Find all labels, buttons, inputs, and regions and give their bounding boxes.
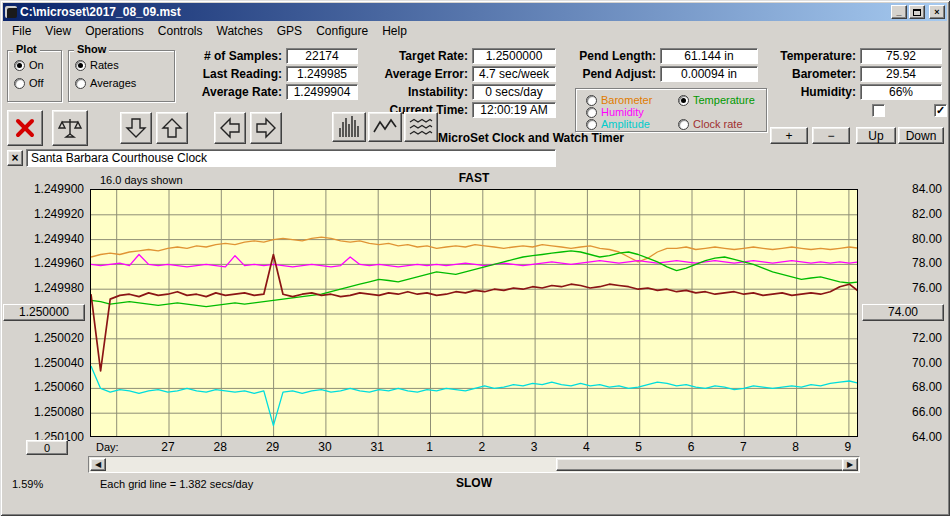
target-rate-axis-button[interactable]: 1.250000 [3,304,85,321]
h-scrollbar[interactable]: ◀ ▶ [88,456,860,473]
series-radio-humidity[interactable]: Humidity [586,106,644,118]
series-radio-barometer[interactable]: Barometer [586,94,652,106]
right-axis-value-button[interactable]: 74.00 [862,304,944,321]
day-axis-tick: 4 [570,440,602,454]
radio-plot-off[interactable]: Off [14,77,43,89]
delete-button[interactable] [7,110,43,146]
average-error-row: Average Error: 4.7 sec/week [366,66,556,82]
pend-adjust-label: Pend Adjust: [556,67,656,81]
left-axis-tick: 1.249980 [4,281,84,295]
left-axis-tick: 1.249940 [4,232,84,246]
left-axis-tick: 1.250080 [4,405,84,419]
pend-adjust-row: Pend Adjust: 0.00094 in [556,66,758,82]
day-axis-tick: 8 [780,440,812,454]
temperature-field: 75.92 [860,48,942,64]
radio-plot-on[interactable]: On [14,59,44,71]
menu-item-gps[interactable]: GPS [270,23,309,39]
series-line-clock-rate [91,255,858,372]
left-axis-tick: 1.249960 [4,256,84,270]
series-line-humidity [91,255,858,267]
menu-item-help[interactable]: Help [375,23,414,39]
left-axis-tick: 1.250040 [4,356,84,370]
day-axis-tick: 2 [466,440,498,454]
radio-icon [75,60,86,71]
shift-up-button[interactable] [156,112,188,144]
pend-adjust-field[interactable]: 0.00094 in [660,66,758,82]
histogram-button[interactable] [332,112,366,142]
maximize-button[interactable] [909,5,925,19]
series-radio-label: Barometer [601,94,652,106]
radio-label: On [29,59,44,71]
balance-button[interactable] [52,110,88,146]
minimize-button[interactable]: _ [891,5,907,19]
menu-item-view[interactable]: View [38,23,78,39]
series-radio-temperature[interactable]: Temperature [678,94,755,106]
checkbox-left[interactable] [872,104,885,117]
close-icon: × [934,8,939,16]
line-plot-button[interactable] [368,112,402,142]
plus-button[interactable]: + [770,127,808,144]
series-selector-groupbox: BarometerHumidityAmplitudeTemperatureClo… [575,88,767,132]
barometer-row: Barometer: 29.54 [756,66,942,82]
smoothed-plot-icon [408,115,434,139]
fast-label: FAST [90,171,858,185]
menu-item-configure[interactable]: Configure [309,23,375,39]
menu-item-file[interactable]: File [5,23,38,39]
day-axis-label: Day: [96,441,119,453]
shift-right-button[interactable] [250,112,282,144]
title-bar: C:\microset\2017_08_09.mst _ × [3,3,947,21]
minus-button[interactable]: − [812,127,850,144]
radio-icon [75,78,86,89]
shift-down-button[interactable] [120,112,152,144]
down-button[interactable]: Down [898,127,944,144]
right-axis-tick: 76.00 [864,281,942,295]
day-axis-tick: 28 [204,440,236,454]
day-axis-tick: 30 [309,440,341,454]
arrow-right-icon [254,116,278,140]
scroll-left-icon: ◀ [95,460,101,469]
instability-label: Instability: [366,85,468,99]
shift-left-button[interactable] [214,112,246,144]
show-group-label: Show [74,43,109,55]
day-axis-tick: 31 [361,440,393,454]
smoothed-plot-button[interactable] [404,112,438,142]
series-radio-amplitude[interactable]: Amplitude [586,118,650,130]
day-axis-tick: 9 [832,440,864,454]
radio-icon [14,78,25,89]
menu-item-controls[interactable]: Controls [151,23,210,39]
clear-name-button[interactable]: × [7,150,23,166]
radio-show-averages[interactable]: Averages [75,77,136,89]
menu-item-watches[interactable]: Watches [210,23,270,39]
clock-name-input[interactable] [26,149,556,167]
samples-label: # of Samples: [178,49,282,63]
samples-row: # of Samples: 22174 [178,48,358,64]
series-radio-clock-rate[interactable]: Clock rate [678,118,743,130]
checkbox-right[interactable]: ✓ [934,104,947,117]
radio-label: Rates [90,59,119,71]
up-button[interactable]: Up [856,127,896,144]
scroll-right-button[interactable]: ▶ [842,458,858,471]
target-rate-field[interactable]: 1.2500000 [472,48,556,64]
radio-show-rates[interactable]: Rates [75,59,119,71]
humidity-row: Humidity: 66% [756,84,942,100]
pend-length-label: Pend Length: [556,49,656,63]
scroll-thumb[interactable] [556,458,844,471]
radio-icon [586,95,597,106]
plot-area[interactable] [90,189,858,437]
series-radio-label: Humidity [601,106,644,118]
series-radio-label: Clock rate [693,118,743,130]
zero-button[interactable]: 0 [26,440,68,455]
series-line-amplitude [91,366,858,426]
pend-length-field[interactable]: 61.144 in [660,48,758,64]
right-axis-tick: 82.00 [864,207,942,221]
restore-icon [913,9,921,16]
show-groupbox: Show Rates Averages [68,50,175,102]
last-reading-row: Last Reading: 1.249985 [178,66,358,82]
close-button[interactable]: × [929,5,945,19]
menu-item-operations[interactable]: Operations [78,23,151,39]
scroll-left-button[interactable]: ◀ [90,458,106,471]
day-axis-tick: 29 [257,440,289,454]
line-plot-icon [372,115,398,139]
average-error-label: Average Error: [366,67,468,81]
balance-scale-icon [57,115,83,141]
